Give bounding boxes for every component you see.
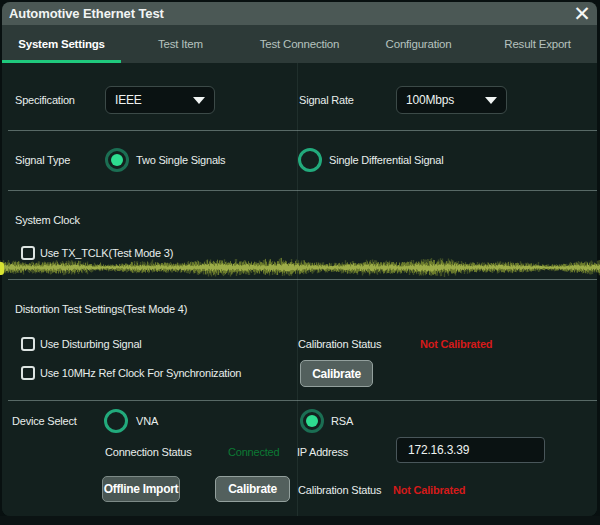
device-calibration-status-label: Calibration Status	[298, 484, 381, 496]
tab-configuration[interactable]: Configuration	[359, 25, 478, 63]
dialog-titlebar: Automotive Ethernet Test ✕	[2, 2, 597, 25]
radio-rsa-label: RSA	[331, 415, 353, 427]
checkbox-use-tx-tclk[interactable]	[21, 246, 35, 260]
channel-marker-icon	[0, 262, 4, 275]
tab-bar: System Settings Test Item Test Connectio…	[2, 25, 597, 63]
section-divider	[8, 400, 597, 401]
chevron-down-icon	[193, 97, 205, 104]
calibrate-button-device[interactable]: Calibrate	[215, 476, 290, 502]
ip-address-value: 172.16.3.39	[408, 443, 469, 457]
specification-value: IEEE	[115, 93, 142, 107]
device-select-label: Device Select	[12, 415, 77, 427]
calibration-status-value: Not Calibrated	[420, 338, 492, 350]
section-divider	[8, 279, 597, 280]
radio-single-differential-signal-label: Single Differential Signal	[329, 154, 443, 166]
oscilloscope-screen: Automotive Ethernet Test ✕ System Settin…	[0, 0, 600, 525]
radio-single-differential-signal[interactable]	[298, 148, 322, 172]
radio-dot	[306, 415, 318, 427]
automotive-ethernet-test-dialog: Automotive Ethernet Test ✕ System Settin…	[2, 2, 597, 516]
connection-status-value: Connected	[228, 446, 279, 458]
specification-dropdown[interactable]: IEEE	[105, 86, 215, 114]
system-clock-title: System Clock	[15, 214, 80, 226]
tab-test-item[interactable]: Test Item	[121, 25, 240, 63]
chevron-down-icon	[485, 97, 497, 104]
tab-system-settings[interactable]: System Settings	[2, 25, 121, 63]
specification-label: Specification	[15, 94, 75, 106]
tab-test-connection[interactable]: Test Connection	[240, 25, 359, 63]
dialog-title: Automotive Ethernet Test	[9, 6, 164, 21]
device-calibration-status-value: Not Calibrated	[393, 484, 465, 496]
checkbox-use-10mhz-ref-clock-label: Use 10MHz Ref Clock For Synchronization	[40, 367, 241, 379]
section-divider	[8, 190, 597, 191]
signal-type-label: Signal Type	[15, 154, 70, 166]
screen-bottom-edge	[0, 516, 600, 525]
radio-dot	[111, 154, 123, 166]
close-icon[interactable]: ✕	[571, 3, 593, 25]
calibration-status-label: Calibration Status	[298, 338, 381, 350]
checkbox-use-tx-tclk-label: Use TX_TCLK(Test Mode 3)	[40, 247, 173, 259]
distortion-title: Distortion Test Settings(Test Mode 4)	[15, 303, 187, 315]
offline-import-button[interactable]: Offline Import	[102, 476, 180, 502]
signal-rate-dropdown[interactable]: 100Mbps	[396, 86, 507, 114]
signal-rate-value: 100Mbps	[406, 93, 454, 107]
radio-vna-label: VNA	[136, 415, 158, 427]
connection-status-label: Connection Status	[105, 446, 192, 458]
calibrate-button[interactable]: Calibrate	[300, 360, 373, 387]
checkbox-use-disturbing-signal-label: Use Disturbing Signal	[40, 338, 142, 350]
ip-address-input[interactable]: 172.16.3.39	[396, 437, 545, 463]
radio-two-single-signals-label: Two Single Signals	[136, 154, 225, 166]
dialog-content: Specification IEEE Signal Rate 100Mbps S…	[2, 63, 597, 516]
radio-two-single-signals[interactable]	[105, 148, 129, 172]
radio-vna[interactable]	[104, 409, 128, 433]
ip-address-label: IP Address	[297, 446, 348, 458]
radio-rsa[interactable]	[300, 409, 324, 433]
tab-result-export[interactable]: Result Export	[478, 25, 597, 63]
checkbox-use-disturbing-signal[interactable]	[21, 337, 35, 351]
section-divider	[8, 130, 597, 131]
signal-rate-label: Signal Rate	[299, 94, 354, 106]
checkbox-use-10mhz-ref-clock[interactable]	[21, 366, 35, 380]
